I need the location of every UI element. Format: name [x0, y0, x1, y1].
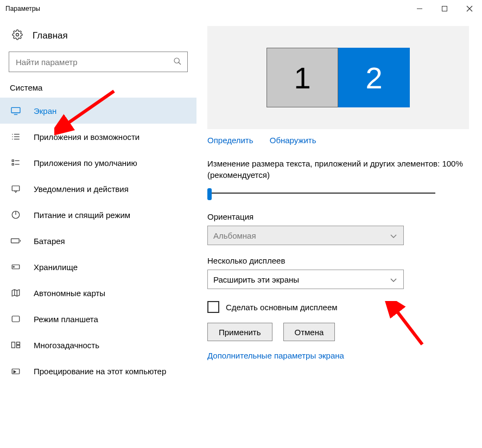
- sidebar-item-notifications[interactable]: Уведомления и действия: [0, 176, 196, 202]
- svg-rect-33: [12, 369, 20, 374]
- sidebar-item-apps[interactable]: Приложения и возможности: [0, 124, 196, 150]
- maximize-icon: [441, 5, 448, 12]
- make-main-checkbox[interactable]: [207, 301, 219, 313]
- svg-rect-7: [11, 107, 20, 113]
- multiple-displays-value: Расширить эти экраны: [213, 275, 299, 284]
- make-main-display-row[interactable]: Сделать основным дисплеем: [207, 301, 469, 313]
- svg-rect-19: [12, 186, 20, 191]
- map-icon: [10, 288, 22, 298]
- svg-point-4: [16, 34, 19, 36]
- sidebar-item-multitask[interactable]: Многозадачность: [0, 332, 196, 358]
- display-arrangement[interactable]: 1 2: [207, 26, 469, 129]
- home-link[interactable]: Главная: [0, 29, 196, 42]
- svg-rect-22: [11, 239, 20, 243]
- notifications-icon: [10, 184, 22, 193]
- maximize-button[interactable]: [432, 0, 457, 17]
- detect-link[interactable]: Обнаружить: [270, 136, 316, 145]
- storage-icon: [10, 263, 22, 271]
- chevron-down-icon: [389, 275, 398, 284]
- sidebar-item-label: Режим планшета: [34, 315, 98, 324]
- default-apps-icon: [10, 158, 22, 167]
- sidebar-item-label: Питание и спящий режим: [34, 210, 130, 220]
- minimize-button[interactable]: [407, 0, 432, 17]
- svg-point-5: [174, 58, 179, 63]
- search-icon: [173, 57, 182, 67]
- orientation-select[interactable]: Альбомная: [207, 226, 404, 245]
- tablet-icon: [10, 315, 22, 323]
- sidebar-item-projecting[interactable]: Проецирование на этот компьютер: [0, 358, 196, 384]
- apps-list-icon: [10, 132, 22, 141]
- display-icon: [10, 106, 22, 115]
- section-title: Система: [0, 83, 196, 98]
- minimize-icon: [416, 5, 423, 12]
- sidebar-item-label: Автономные карты: [34, 289, 105, 298]
- sidebar-item-label: Приложения по умолчанию: [34, 158, 137, 168]
- svg-rect-28: [12, 316, 20, 322]
- apply-button[interactable]: Применить: [207, 323, 272, 341]
- chevron-down-icon: [389, 231, 398, 240]
- sidebar-item-maps[interactable]: Автономные карты: [0, 280, 196, 306]
- close-button[interactable]: [457, 0, 482, 17]
- svg-rect-30: [12, 342, 15, 348]
- svg-rect-1: [442, 7, 447, 11]
- monitor-2[interactable]: 2: [338, 48, 410, 107]
- sidebar-item-label: Многозадачность: [34, 341, 99, 350]
- multiple-displays-label: Несколько дисплеев: [207, 256, 469, 265]
- sidebar-item-storage[interactable]: Хранилище: [0, 254, 196, 280]
- sidebar-item-label: Приложения и возможности: [34, 132, 139, 142]
- cancel-button[interactable]: Отмена: [283, 323, 335, 341]
- sidebar-item-battery[interactable]: Батарея: [0, 228, 196, 254]
- multiple-displays-select[interactable]: Расширить эти экраны: [207, 270, 404, 289]
- sidebar-item-default-apps[interactable]: Приложения по умолчанию: [0, 150, 196, 176]
- sidebar-item-label: Экран: [34, 106, 56, 116]
- svg-line-6: [179, 62, 181, 65]
- scale-slider[interactable]: [207, 186, 435, 201]
- sidebar-item-label: Батарея: [34, 236, 65, 246]
- advanced-display-link[interactable]: Дополнительные параметры экрана: [207, 351, 469, 360]
- gear-icon: [12, 29, 23, 42]
- sidebar-item-label: Уведомления и действия: [34, 184, 129, 194]
- sidebar-item-power[interactable]: Питание и спящий режим: [0, 202, 196, 228]
- monitor-1[interactable]: 1: [267, 48, 338, 107]
- projecting-icon: [10, 367, 22, 375]
- main-panel: 1 2 Определить Обнаружить Изменение разм…: [196, 17, 482, 360]
- search-box[interactable]: [9, 52, 188, 72]
- sidebar-item-label: Хранилище: [34, 263, 78, 272]
- svg-rect-17: [12, 164, 14, 165]
- sidebar: Главная Система Экран Приложения и возмо…: [0, 17, 196, 384]
- identify-link[interactable]: Определить: [207, 136, 253, 145]
- window-title: Параметры: [5, 5, 40, 12]
- scale-text: Изменение размера текста, приложений и д…: [207, 158, 469, 181]
- make-main-label: Сделать основным дисплеем: [226, 303, 338, 312]
- close-icon: [466, 5, 473, 12]
- battery-icon: [10, 237, 22, 245]
- svg-rect-32: [17, 345, 20, 348]
- sidebar-item-label: Проецирование на этот компьютер: [34, 367, 166, 376]
- search-input[interactable]: [15, 57, 173, 67]
- svg-rect-31: [17, 342, 20, 345]
- svg-point-25: [13, 266, 14, 267]
- sidebar-item-display[interactable]: Экран: [0, 98, 196, 124]
- sidebar-item-tablet[interactable]: Режим планшета: [0, 306, 196, 332]
- home-label: Главная: [33, 30, 68, 41]
- slider-thumb[interactable]: [207, 188, 212, 200]
- svg-rect-15: [12, 160, 14, 162]
- multitask-icon: [10, 341, 22, 349]
- power-icon: [10, 210, 22, 220]
- slider-track: [207, 193, 435, 194]
- titlebar: Параметры: [0, 0, 482, 17]
- orientation-label: Ориентация: [207, 212, 469, 221]
- orientation-value: Альбомная: [213, 231, 256, 240]
